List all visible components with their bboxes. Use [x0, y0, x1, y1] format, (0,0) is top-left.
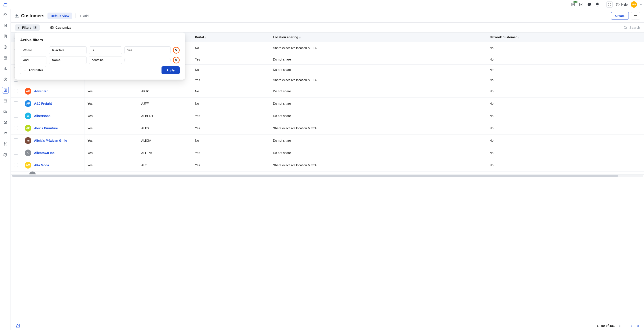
- filter-popover: Active filters Where Is active is Yes ✕ …: [15, 33, 185, 80]
- nav-settings-icon[interactable]: [2, 151, 9, 158]
- toolbar: Filters 2 Customize Search: [11, 23, 644, 33]
- filter-value-input[interactable]: [124, 58, 171, 62]
- filter-operator-select[interactable]: contains: [89, 56, 122, 64]
- nav-archive-icon[interactable]: [2, 98, 9, 104]
- cell-portal: Yes: [192, 147, 270, 159]
- customer-name-link[interactable]: Albertsons: [34, 114, 50, 118]
- pager-prev-button[interactable]: ‹: [624, 323, 628, 328]
- nav-document1-icon[interactable]: [2, 22, 9, 29]
- apply-button[interactable]: Apply: [162, 66, 180, 74]
- row-avatar: 🍽: [25, 137, 31, 144]
- row-checkbox[interactable]: [14, 172, 18, 175]
- pager-next-button[interactable]: ›: [630, 323, 634, 328]
- filters-button[interactable]: Filters 2: [15, 25, 40, 31]
- cell-location: Share exact live location & ETA: [270, 122, 486, 135]
- cell-location: Do not share: [270, 147, 486, 159]
- customer-name-link[interactable]: Allentown Inc: [34, 151, 54, 155]
- cell-portal: Yes: [192, 54, 270, 65]
- avatar[interactable]: MM: [631, 1, 637, 8]
- apps-icon[interactable]: [606, 1, 613, 8]
- app-logo[interactable]: [2, 1, 8, 8]
- add-view-button[interactable]: ＋ Add: [79, 14, 88, 18]
- row-checkbox[interactable]: [14, 151, 18, 155]
- pager-last-button[interactable]: »: [636, 323, 640, 328]
- filter-field-select[interactable]: Name: [49, 56, 87, 64]
- nav-users-icon[interactable]: [2, 130, 9, 137]
- row-checkbox[interactable]: [14, 89, 18, 93]
- cell-network: No: [486, 54, 644, 65]
- nav-document2-icon[interactable]: [2, 33, 9, 40]
- svg-rect-16: [4, 111, 6, 112]
- nav-customers-icon[interactable]: [2, 87, 9, 94]
- plus-icon: ＋: [79, 14, 82, 18]
- cell-location: Share exact live location & ETA: [270, 159, 486, 171]
- account-caret-icon[interactable]: ▾: [640, 3, 642, 6]
- more-actions-button[interactable]: •••: [631, 12, 640, 20]
- customize-button[interactable]: Customize: [48, 25, 74, 31]
- search-input[interactable]: Search: [624, 26, 640, 30]
- svg-text:31: 31: [5, 58, 6, 59]
- cell-active: Yes: [84, 147, 138, 159]
- filters-label: Filters: [22, 26, 31, 29]
- horizontal-scrollbar[interactable]: [12, 175, 643, 177]
- column-location-sharing[interactable]: Location sharing⇅: [270, 33, 486, 42]
- topbar: 10 Help MM ▾: [0, 0, 644, 9]
- filter-field-select[interactable]: Is active: [49, 46, 87, 54]
- remove-filter-button[interactable]: ✕: [173, 57, 180, 64]
- cell-code: ALEX: [138, 122, 192, 135]
- row-checkbox[interactable]: [14, 126, 18, 130]
- nav-truck-icon[interactable]: [2, 108, 9, 115]
- column-portal[interactable]: Portal⇅: [192, 33, 270, 42]
- pager-first-button[interactable]: «: [618, 323, 622, 328]
- filter-logic-select[interactable]: And: [20, 56, 47, 64]
- customer-name-link[interactable]: Alta Moda: [34, 163, 49, 167]
- customer-name-link[interactable]: A&J Freight: [34, 102, 52, 105]
- footer-logo[interactable]: [15, 322, 21, 329]
- footer: 1 - 50 of 181 « ‹ › »: [11, 321, 644, 330]
- help-label: Help: [621, 3, 628, 6]
- news-badge: 10: [574, 1, 578, 3]
- svg-point-18: [6, 112, 7, 113]
- help-button[interactable]: Help: [616, 3, 628, 7]
- bell-icon[interactable]: [595, 2, 600, 7]
- nav-globe-icon[interactable]: [2, 44, 9, 51]
- pagination-range: 1 - 50 of 181: [597, 324, 615, 327]
- customer-name-link[interactable]: Adwin Ko: [34, 90, 48, 93]
- add-filter-button[interactable]: ＋ Add Filter: [20, 66, 46, 74]
- nav-scissors-icon[interactable]: [2, 141, 9, 147]
- news-icon[interactable]: 10: [571, 2, 576, 7]
- row-avatar: AF: [25, 100, 31, 107]
- view-selector[interactable]: Default View: [48, 13, 72, 19]
- svg-point-14: [5, 89, 6, 90]
- chat-icon[interactable]: [587, 2, 592, 7]
- remove-filter-button[interactable]: ✕: [173, 47, 180, 54]
- cell-network: No: [486, 110, 644, 122]
- where-label: Where: [20, 47, 47, 54]
- nav-calendar-icon[interactable]: 31: [2, 55, 9, 61]
- filter-operator-select[interactable]: is: [89, 46, 122, 54]
- row-checkbox[interactable]: [14, 138, 18, 142]
- create-button[interactable]: Create: [611, 12, 629, 20]
- column-network-customer[interactable]: Network customer⇅: [486, 33, 644, 42]
- nav-reports-icon[interactable]: [2, 65, 9, 72]
- filter-value-input[interactable]: Yes: [124, 46, 171, 54]
- cell-portal: Yes: [192, 110, 270, 122]
- row-checkbox[interactable]: [14, 101, 18, 105]
- row-checkbox[interactable]: [14, 114, 18, 118]
- mail-icon[interactable]: [579, 2, 584, 7]
- filter-icon: [17, 26, 20, 29]
- nav-inbox-icon[interactable]: [2, 12, 9, 18]
- svg-point-27: [624, 26, 626, 29]
- cell-code: AJFF: [138, 98, 192, 110]
- table-row: AFA&J FreightYesAJFFNoDo not shareNo: [11, 98, 644, 110]
- cell-portal: No: [192, 135, 270, 147]
- cell-location: Do not share: [270, 98, 486, 110]
- cell-network: No: [486, 98, 644, 110]
- customer-name-link[interactable]: Alex's Furniture: [34, 126, 58, 130]
- filters-count: 2: [33, 26, 38, 29]
- svg-point-17: [4, 112, 5, 113]
- nav-package-icon[interactable]: [2, 119, 9, 126]
- customer-name-link[interactable]: Alicia's Méxican Grille: [34, 139, 67, 142]
- nav-billing-icon[interactable]: [2, 76, 9, 83]
- row-checkbox[interactable]: [14, 163, 18, 167]
